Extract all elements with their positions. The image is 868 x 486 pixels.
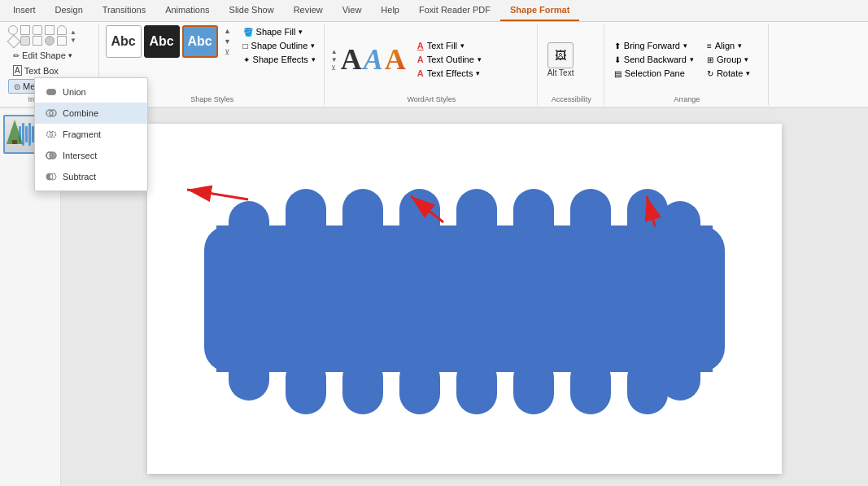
- slide-canvas[interactable]: [147, 124, 782, 474]
- tab-shape-format[interactable]: Shape Format: [500, 0, 579, 21]
- style-more-arrows: ▲ ▼ ⊻: [222, 25, 233, 58]
- svg-rect-6: [399, 189, 440, 246]
- style-expand[interactable]: ⊻: [222, 47, 233, 57]
- tab-foxit[interactable]: Foxit Reader PDF: [409, 0, 500, 21]
- union-icon: [45, 85, 58, 99]
- dropdown-item-fragment[interactable]: Fragment: [35, 124, 147, 145]
- svg-rect-21: [204, 225, 253, 372]
- arrange-buttons: ⬆ Bring Forward ▾ ⬇ Send Backward ▾ ▤ Se…: [611, 39, 697, 80]
- dropdown-item-combine[interactable]: Combine: [35, 103, 147, 124]
- fragment-icon: [45, 128, 58, 141]
- text-box-button[interactable]: A Text Box: [8, 63, 94, 77]
- arrange-content: ⬆ Bring Forward ▾ ⬇ Send Backward ▾ ▤ Se…: [611, 25, 753, 94]
- tab-design[interactable]: Design: [46, 0, 93, 21]
- text-effects-button[interactable]: A Text Effects ▾: [414, 67, 485, 80]
- ribbon-tabs: Insert Design Transitions Animations Sli…: [0, 0, 868, 22]
- tab-transitions[interactable]: Transitions: [93, 0, 155, 21]
- wordart-options: A Text Fill ▾ A Text Outline ▾ A Text Ef…: [414, 39, 485, 80]
- svg-rect-14: [342, 357, 383, 414]
- intersect-icon: [45, 149, 58, 162]
- style-swatch-3[interactable]: Abc: [182, 25, 218, 58]
- svg-rect-9: [570, 189, 611, 246]
- svg-rect-4: [286, 189, 326, 246]
- alt-text-button[interactable]: 🖼 Alt Text: [544, 39, 578, 81]
- tab-insert[interactable]: Insert: [3, 0, 46, 21]
- text-outline-button[interactable]: A Text Outline ▾: [414, 53, 485, 66]
- merge-shapes-dropdown: Union Combine Fragment Intersect: [34, 77, 148, 191]
- svg-rect-17: [513, 357, 554, 414]
- send-backward-button[interactable]: ⬇ Send Backward ▾: [611, 53, 697, 66]
- wordart-content: ▲ ▼ ⊻ A A A A Text Fill ▾ A Text Outline…: [331, 25, 485, 94]
- wordart-sample-2[interactable]: A: [364, 42, 383, 77]
- rotate-button[interactable]: ↻ Rotate ▾: [704, 67, 753, 80]
- group-button[interactable]: ⊞ Group ▾: [704, 53, 753, 66]
- wordart-sample-1[interactable]: A: [341, 42, 362, 77]
- text-fill-button[interactable]: A Text Fill ▾: [414, 39, 485, 52]
- wordart-title: WordArt Styles: [331, 94, 532, 103]
- tab-help[interactable]: Help: [371, 0, 409, 21]
- svg-rect-13: [286, 357, 326, 414]
- shape-fill-button[interactable]: 🪣 Shape Fill ▾: [240, 25, 319, 38]
- subtract-icon: [45, 170, 58, 183]
- style-scroll-up[interactable]: ▲: [222, 26, 233, 36]
- svg-rect-22: [676, 225, 725, 372]
- canvas-area: [61, 108, 868, 486]
- align-button[interactable]: ≡ Align ▾: [704, 39, 753, 52]
- selection-pane-button[interactable]: ▤ Selection Pane: [611, 67, 697, 80]
- arrange-buttons-2: ≡ Align ▾ ⊞ Group ▾ ↻ Rotate ▾: [704, 39, 753, 80]
- svg-rect-5: [342, 189, 383, 246]
- bring-forward-button[interactable]: ⬆ Bring Forward ▾: [611, 39, 697, 52]
- tab-slideshow[interactable]: Slide Show: [220, 0, 284, 21]
- style-scroll-down[interactable]: ▼: [222, 37, 233, 46]
- svg-rect-18: [570, 357, 611, 414]
- dropdown-item-intersect[interactable]: Intersect: [35, 145, 147, 166]
- accessibility-content: 🖼 Alt Text: [544, 25, 578, 94]
- style-swatch-2[interactable]: Abc: [144, 25, 180, 58]
- style-swatch-1[interactable]: Abc: [106, 25, 142, 58]
- shape-outline-button[interactable]: □ Shape Outline ▾: [240, 39, 319, 52]
- tab-animations[interactable]: Animations: [155, 0, 219, 21]
- edit-shape-button[interactable]: ✏ Edit Shape ▾: [8, 49, 94, 62]
- combine-icon: [45, 107, 58, 120]
- shape-options: 🪣 Shape Fill ▾ □ Shape Outline ▾ ✦ Shape…: [240, 25, 319, 66]
- accessibility-title: Accessibility: [544, 94, 599, 103]
- shape-effects-button[interactable]: ✦ Shape Effects ▾: [240, 53, 319, 66]
- svg-rect-15: [399, 357, 440, 414]
- dropdown-item-subtract[interactable]: Subtract: [35, 166, 147, 187]
- dropdown-item-union[interactable]: Union: [35, 81, 147, 103]
- accessibility-group: 🖼 Alt Text Accessibility: [539, 24, 604, 105]
- svg-rect-2: [216, 225, 713, 372]
- svg-rect-7: [456, 189, 497, 246]
- arrange-group: ⬆ Bring Forward ▾ ⬇ Send Backward ▾ ▤ Se…: [606, 24, 769, 105]
- svg-rect-8: [513, 189, 554, 246]
- wordart-sample-3[interactable]: A: [385, 42, 406, 77]
- combined-shape-svg: [200, 177, 729, 421]
- arrange-title: Arrange: [611, 94, 763, 103]
- wordart-styles-group: ▲ ▼ ⊻ A A A A Text Fill ▾ A Text Outline…: [326, 24, 538, 105]
- tab-view[interactable]: View: [333, 0, 372, 21]
- svg-rect-1: [12, 140, 17, 144]
- style-swatches: Abc Abc Abc ▲ ▼ ⊻: [106, 25, 233, 58]
- svg-point-30: [50, 89, 56, 95]
- svg-rect-16: [456, 357, 497, 414]
- tab-review[interactable]: Review: [284, 0, 333, 21]
